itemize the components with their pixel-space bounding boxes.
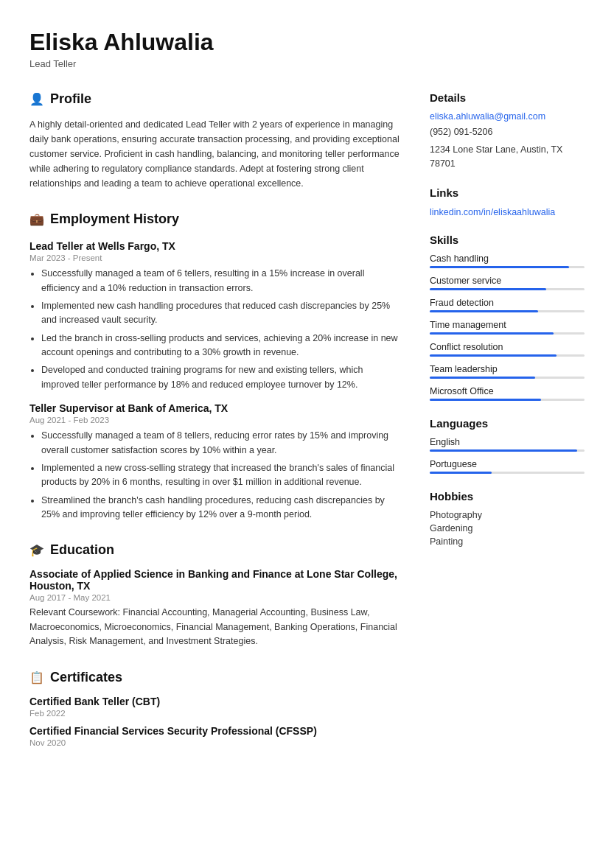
certificates-section: 📋 Certificates Certified Bank Teller (CB…	[29, 670, 400, 747]
language-bar-bg	[430, 472, 585, 474]
phone-text: (952) 091-5206	[430, 125, 585, 139]
skill-name: Team leadership	[430, 364, 585, 374]
language-bar-fill	[430, 449, 577, 452]
job-2-bullets: Successfully managed a team of 8 tellers…	[29, 429, 400, 522]
employment-heading: 💼 Employment History	[29, 211, 400, 230]
employment-icon: 💼	[29, 212, 44, 226]
address-text: 1234 Lone Star Lane, Austin, TX 78701	[430, 143, 585, 171]
skill-bar-bg	[430, 332, 585, 335]
skill-item: Microsoft Office	[430, 386, 585, 401]
header: Eliska Ahluwalia Lead Teller	[29, 29, 585, 69]
skill-name: Conflict resolution	[430, 342, 585, 352]
job-2-title: Teller Supervisor at Bank of America, TX	[29, 402, 400, 414]
list-item: Successfully managed a team of 6 tellers…	[41, 267, 400, 295]
skills-section: Skills Cash handling Customer service Fr…	[430, 234, 585, 401]
list-item: Implemented a new cross-selling strategy…	[41, 461, 400, 490]
certificates-icon: 📋	[29, 671, 44, 685]
skill-bar-bg	[430, 310, 585, 312]
cert-2-title: Certified Financial Services Security Pr…	[29, 725, 400, 737]
hobby-item: Painting	[430, 536, 585, 547]
hobby-item: Photography	[430, 510, 585, 520]
skill-item: Team leadership	[430, 364, 585, 379]
skill-bar-fill	[430, 288, 546, 290]
skill-name: Fraud detection	[430, 298, 585, 308]
skill-name: Customer service	[430, 276, 585, 286]
language-item: English	[430, 437, 585, 452]
skill-name: Time management	[430, 320, 585, 330]
skill-item: Fraud detection	[430, 298, 585, 312]
job-1-dates: Mar 2023 - Present	[29, 253, 400, 262]
language-bar-fill	[430, 472, 492, 474]
details-heading: Details	[430, 91, 585, 104]
language-name: English	[430, 437, 585, 447]
skill-bar-bg	[430, 354, 585, 357]
languages-list: English Portuguese	[430, 437, 585, 474]
list-item: Successfully managed a team of 8 tellers…	[41, 429, 400, 458]
language-bar-bg	[430, 449, 585, 452]
page: Eliska Ahluwalia Lead Teller 👤 Profile A…	[0, 0, 614, 797]
profile-text: A highly detail-oriented and dedicated L…	[29, 117, 400, 191]
cert-2-date: Nov 2020	[29, 738, 400, 747]
language-name: Portuguese	[430, 459, 585, 469]
email-link[interactable]: eliska.ahluwalia@gmail.com	[430, 111, 585, 122]
employment-section: 💼 Employment History Lead Teller at Well…	[29, 211, 400, 522]
skill-bar-fill	[430, 399, 541, 401]
skill-bar-bg	[430, 399, 585, 401]
candidate-title: Lead Teller	[29, 58, 585, 69]
links-section: Links linkedin.com/in/eliskaahluwalia	[430, 186, 585, 217]
skill-item: Conflict resolution	[430, 342, 585, 357]
languages-section: Languages English Portuguese	[430, 417, 585, 474]
language-item: Portuguese	[430, 459, 585, 474]
main-layout: 👤 Profile A highly detail-oriented and d…	[29, 91, 585, 767]
job-2-dates: Aug 2021 - Feb 2023	[29, 416, 400, 424]
skill-bar-fill	[430, 332, 554, 335]
languages-heading: Languages	[430, 417, 585, 430]
education-section: 🎓 Education Associate of Applied Science…	[29, 542, 400, 648]
skill-bar-bg	[430, 377, 585, 379]
education-heading: 🎓 Education	[29, 542, 400, 561]
cert-2: Certified Financial Services Security Pr…	[29, 725, 400, 747]
linkedin-link[interactable]: linkedin.com/in/eliskaahluwalia	[430, 207, 555, 217]
skill-bar-bg	[430, 288, 585, 290]
job-1-bullets: Successfully managed a team of 6 tellers…	[29, 267, 400, 392]
cert-1-title: Certified Bank Teller (CBT)	[29, 696, 400, 707]
hobby-item: Gardening	[430, 523, 585, 533]
job-1: Lead Teller at Wells Fargo, TX Mar 2023 …	[29, 240, 400, 392]
edu-dates: Aug 2017 - May 2021	[29, 593, 400, 602]
left-column: 👤 Profile A highly detail-oriented and d…	[29, 91, 400, 767]
skill-bar-bg	[430, 266, 585, 268]
skill-bar-fill	[430, 310, 538, 312]
list-item: Developed and conducted training program…	[41, 363, 400, 392]
candidate-name: Eliska Ahluwalia	[29, 29, 585, 55]
links-heading: Links	[430, 186, 585, 199]
job-1-title: Lead Teller at Wells Fargo, TX	[29, 240, 400, 252]
right-column: Details eliska.ahluwalia@gmail.com (952)…	[430, 91, 585, 767]
hobbies-heading: Hobbies	[430, 490, 585, 503]
education-icon: 🎓	[29, 543, 44, 557]
skill-item: Time management	[430, 320, 585, 335]
hobbies-section: Hobbies PhotographyGardeningPainting	[430, 490, 585, 547]
list-item: Implemented new cash handling procedures…	[41, 299, 400, 328]
skill-bar-fill	[430, 377, 535, 379]
profile-heading: 👤 Profile	[29, 91, 400, 110]
list-item: Streamlined the branch's cash handling p…	[41, 494, 400, 522]
skill-name: Cash handling	[430, 253, 585, 264]
skill-name: Microsoft Office	[430, 386, 585, 396]
job-2: Teller Supervisor at Bank of America, TX…	[29, 402, 400, 522]
skill-bar-fill	[430, 266, 569, 268]
skill-bar-fill	[430, 354, 557, 357]
profile-icon: 👤	[29, 92, 44, 106]
edu-entry-1: Associate of Applied Science in Banking …	[29, 568, 400, 648]
skills-list: Cash handling Customer service Fraud det…	[430, 253, 585, 401]
cert-1: Certified Bank Teller (CBT) Feb 2022	[29, 696, 400, 718]
profile-section: 👤 Profile A highly detail-oriented and d…	[29, 91, 400, 191]
list-item: Led the branch in cross-selling products…	[41, 332, 400, 360]
cert-1-date: Feb 2022	[29, 709, 400, 718]
skill-item: Customer service	[430, 276, 585, 290]
edu-title: Associate of Applied Science in Banking …	[29, 568, 400, 592]
skill-item: Cash handling	[430, 253, 585, 268]
edu-desc: Relevant Coursework: Financial Accountin…	[29, 606, 400, 648]
details-section: Details eliska.ahluwalia@gmail.com (952)…	[430, 91, 585, 170]
certificates-heading: 📋 Certificates	[29, 670, 400, 688]
hobbies-list: PhotographyGardeningPainting	[430, 510, 585, 547]
